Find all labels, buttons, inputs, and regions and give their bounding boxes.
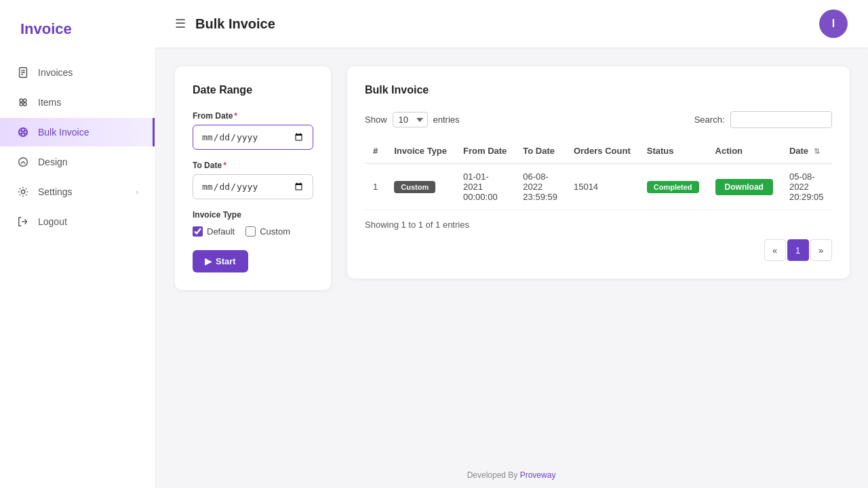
svg-point-7 (23, 102, 26, 106)
from-date-label: From Date* (193, 111, 313, 121)
checkbox-custom[interactable]: Custom (245, 226, 290, 237)
sidebar-nav: Invoices Items Bulk Invoice (0, 58, 155, 468)
last-page-button[interactable]: » (810, 239, 832, 261)
header-left: ☰ Bulk Invoice (175, 16, 275, 32)
settings-icon (16, 185, 30, 199)
bulk-icon (16, 125, 30, 139)
from-date-group: From Date* (193, 111, 313, 150)
cell-num: 1 (365, 163, 386, 210)
search-input[interactable] (730, 111, 832, 128)
settings-chevron-icon: › (136, 188, 138, 196)
sidebar-item-items-label: Items (38, 97, 61, 108)
play-icon: ▶ (205, 256, 212, 266)
svg-point-4 (20, 99, 23, 102)
cell-status: Completed (639, 163, 707, 210)
start-button-label: Start (216, 256, 236, 266)
cell-date: 05-08-2022 20:29:05 (781, 163, 832, 210)
checkbox-default-label: Default (207, 226, 235, 237)
col-action: Action (707, 139, 781, 163)
sidebar-item-design[interactable]: Design (0, 148, 155, 176)
checkbox-custom-label: Custom (260, 226, 290, 237)
to-date-input[interactable] (193, 174, 313, 199)
avatar[interactable]: I (819, 9, 848, 38)
from-date-input[interactable] (193, 125, 313, 150)
footer-link[interactable]: Proveway (520, 470, 556, 480)
col-num: # (365, 139, 386, 163)
cell-invoice-type: Custom (386, 163, 455, 210)
start-button[interactable]: ▶ Start (193, 250, 248, 272)
bulk-invoice-card: Bulk Invoice Show 10 25 50 100 entries S… (347, 66, 850, 279)
sidebar-item-logout[interactable]: Logout (0, 207, 155, 235)
col-invoice-type: Invoice Type (386, 139, 455, 163)
date-range-title: Date Range (193, 84, 313, 96)
page-title: Bulk Invoice (195, 16, 275, 32)
show-entries-group: Show 10 25 50 100 entries (365, 112, 460, 127)
show-label: Show (365, 115, 387, 125)
date-range-card: Date Range From Date* To Date* Invoice T… (175, 66, 331, 290)
invoice-type-section: Invoice Type Default Custom (193, 210, 313, 237)
design-icon (16, 155, 30, 169)
to-date-group: To Date* (193, 161, 313, 199)
search-area: Search: (694, 111, 832, 128)
items-icon (16, 96, 30, 109)
to-date-label: To Date* (193, 161, 313, 170)
invoice-type-badge: Custom (394, 181, 435, 193)
table-row: 1 Custom 01-01-2021 00:00:00 06-08-2022 … (365, 163, 832, 210)
first-page-button[interactable]: « (764, 239, 786, 261)
checkbox-default[interactable]: Default (193, 226, 235, 237)
content-area: Date Range From Date* To Date* Invoice T… (155, 47, 868, 462)
bulk-invoice-table: # Invoice Type From Date To Date Orders … (365, 139, 832, 210)
sidebar: Invoice Invoices Items (0, 0, 155, 488)
download-button[interactable]: Download (715, 179, 773, 195)
footer-text: Developed By (467, 470, 518, 480)
sidebar-item-invoices[interactable]: Invoices (0, 58, 155, 87)
checkbox-default-input[interactable] (193, 226, 203, 237)
svg-point-11 (22, 128, 25, 131)
sidebar-item-bulk-invoice[interactable]: Bulk Invoice (0, 118, 155, 146)
footer: Developed By Proveway (155, 462, 868, 488)
sidebar-item-bulk-invoice-label: Bulk Invoice (38, 127, 89, 138)
svg-point-12 (22, 133, 25, 136)
cell-from-date: 01-01-2021 00:00:00 (455, 163, 515, 210)
search-label: Search: (694, 115, 725, 125)
sidebar-logo: Invoice (0, 20, 155, 58)
col-from-date: From Date (455, 139, 515, 163)
page-1-button[interactable]: 1 (787, 239, 809, 261)
svg-point-6 (20, 102, 23, 106)
svg-point-14 (21, 190, 24, 193)
sidebar-item-logout-label: Logout (38, 216, 67, 227)
sidebar-item-items[interactable]: Items (0, 88, 155, 117)
cell-orders-count: 15014 (566, 163, 639, 210)
col-orders-count: Orders Count (566, 139, 639, 163)
cell-to-date: 06-08-2022 23:59:59 (515, 163, 566, 210)
logout-icon (16, 215, 30, 228)
invoice-type-label: Invoice Type (193, 210, 313, 220)
header: ☰ Bulk Invoice I (155, 0, 868, 47)
main-area: ☰ Bulk Invoice I Date Range From Date* T… (155, 0, 868, 488)
svg-point-5 (23, 99, 26, 102)
entries-label: entries (433, 115, 460, 125)
bulk-invoice-title: Bulk Invoice (365, 84, 832, 96)
col-date: Date ⇅ (781, 139, 832, 163)
sidebar-item-design-label: Design (38, 157, 68, 167)
sidebar-item-invoices-label: Invoices (38, 67, 73, 78)
entries-select[interactable]: 10 25 50 100 (393, 112, 428, 127)
showing-text: Showing 1 to 1 of 1 entries (365, 220, 832, 230)
col-status: Status (639, 139, 707, 163)
table-controls: Show 10 25 50 100 entries Search: (365, 111, 832, 128)
hamburger-icon[interactable]: ☰ (175, 16, 186, 31)
sidebar-item-settings[interactable]: Settings › (0, 178, 155, 206)
pagination: « 1 » (365, 239, 832, 261)
col-to-date: To Date (515, 139, 566, 163)
invoice-icon (16, 66, 30, 79)
svg-point-8 (19, 128, 28, 137)
status-badge: Completed (647, 181, 699, 193)
checkbox-custom-input[interactable] (245, 226, 256, 237)
cell-action: Download (707, 163, 781, 210)
sidebar-item-settings-label: Settings (38, 186, 73, 197)
checkbox-group: Default Custom (193, 226, 313, 237)
